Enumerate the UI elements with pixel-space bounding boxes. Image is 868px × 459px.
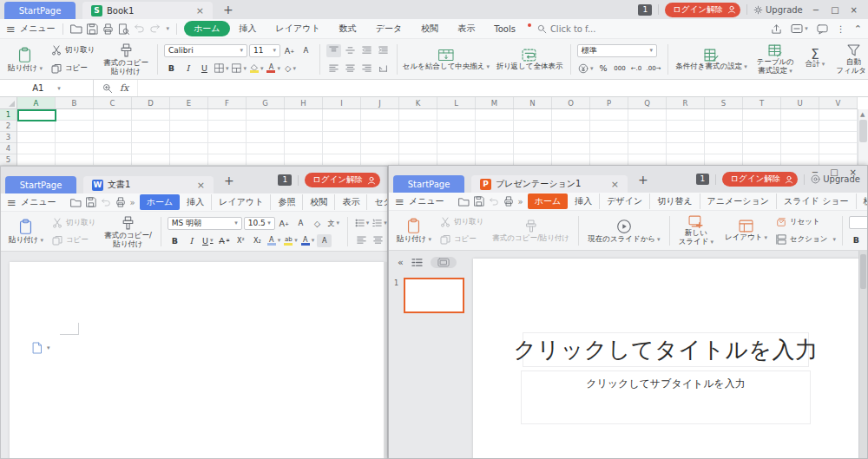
new-slide-button[interactable]: 新しい スライド▾ (674, 213, 718, 248)
notification-badge[interactable]: 1 (638, 4, 652, 16)
decrease-indent-icon[interactable] (359, 44, 374, 57)
open-file-icon[interactable] (70, 198, 82, 207)
ribbon-tab-6[interactable]: スライド ショー (777, 193, 857, 209)
menu-button[interactable]: メニュー (20, 23, 56, 35)
bullet-list-icon[interactable]: ▾ (354, 217, 371, 230)
column-header-J[interactable]: J (361, 97, 399, 108)
minimize-button[interactable]: − (812, 5, 819, 15)
format-painter-button[interactable]: 書式のコピー 貼り付け (99, 42, 153, 77)
clear-format-icon[interactable]: ◇ (310, 217, 325, 230)
column-header-H[interactable]: H (285, 97, 323, 108)
upgrade-button[interactable]: Upgrade (753, 5, 803, 15)
logout-button[interactable]: ログイン解除 (305, 173, 380, 187)
zoom-formula-icon[interactable] (102, 83, 113, 94)
comment-icon[interactable] (817, 23, 828, 35)
ribbon-tab-7[interactable]: 校閲 (857, 193, 868, 209)
print-icon[interactable] (503, 196, 514, 207)
collapse-panel-icon[interactable]: « (398, 257, 404, 268)
italic-icon[interactable]: I (181, 62, 195, 75)
paste-button[interactable]: 貼り付け▾ (4, 214, 48, 249)
ribbon-tab-2[interactable]: 挿入 (568, 193, 600, 209)
sum-button[interactable]: Σ 合計▾ (801, 42, 830, 77)
autofilter-button[interactable]: 自動 フィルタ▾ (832, 42, 868, 77)
paste-button[interactable]: 貼り付け▾ (392, 213, 436, 248)
numbered-list-icon[interactable]: ▾ (372, 217, 387, 230)
ribbon-tab-5[interactable]: データ (366, 21, 411, 36)
column-header-I[interactable]: I (323, 97, 361, 108)
borders-icon[interactable]: ▾ (214, 62, 230, 75)
formula-input[interactable] (138, 80, 868, 96)
bold-icon[interactable]: B (168, 234, 182, 247)
align-middle-icon[interactable] (343, 44, 358, 57)
document-tab-book1[interactable]: S Book1 × (82, 2, 213, 19)
font-name-select[interactable]: Calibri▾ (164, 44, 247, 57)
save-icon[interactable] (87, 23, 98, 35)
column-header-F[interactable]: F (208, 97, 247, 108)
document-tab-doc1[interactable]: W 文書1 × (83, 176, 214, 193)
slide-canvas[interactable]: クリックしてタイトルを入力 クリックしてサブタイトルを入力 (473, 259, 858, 459)
switch-window-icon[interactable]: ▾ (791, 23, 808, 34)
column-header-O[interactable]: O (552, 97, 590, 108)
cut-button[interactable]: 切り取り (51, 45, 95, 56)
font-name-select[interactable]: MS 明朝▾ (168, 217, 242, 230)
scrollbar-thumb[interactable] (860, 254, 866, 289)
startpage-tab[interactable]: StartPage (393, 175, 464, 193)
section-button[interactable]: セクション▾ (776, 234, 836, 245)
number-format-select[interactable]: 標準▾ (577, 44, 657, 57)
column-header-L[interactable]: L (437, 97, 476, 108)
align-right-icon[interactable] (359, 62, 374, 75)
paste-button[interactable]: 貼り付け▾ (3, 42, 47, 77)
restore-button[interactable]: □ (831, 5, 838, 15)
notification-badge[interactable]: 1 (696, 174, 710, 185)
bold-icon[interactable]: B (849, 233, 864, 246)
print-preview-icon[interactable] (118, 23, 129, 35)
new-tab-button[interactable]: + (214, 174, 245, 187)
new-tab-button[interactable]: + (628, 173, 659, 187)
play-from-current-button[interactable]: 現在のスライドから▾ (583, 213, 664, 248)
column-header-G[interactable]: G (247, 97, 285, 108)
open-file-icon[interactable] (70, 23, 82, 34)
font-size-select[interactable]: 10.5▾ (244, 217, 275, 230)
subscript-icon[interactable]: X₂ (250, 234, 265, 247)
hamburger-menu-icon[interactable]: ≡ (395, 195, 404, 208)
ribbon-tab-7[interactable]: 表示 (448, 21, 484, 36)
column-header-P[interactable]: P (590, 97, 628, 108)
ribbon-tab-2[interactable]: 挿入 (180, 194, 212, 210)
vertical-scrollbar[interactable] (858, 251, 867, 458)
hamburger-menu-icon[interactable]: ≡ (6, 23, 16, 36)
row-header-3[interactable]: 3 (0, 132, 16, 143)
notification-badge[interactable]: 1 (278, 174, 292, 186)
startpage-tab[interactable]: StartPage (5, 176, 76, 193)
fx-icon[interactable]: fx (120, 82, 128, 94)
startpage-tab[interactable]: StartPage (4, 2, 76, 19)
align-center-icon[interactable] (371, 234, 385, 247)
ribbon-tab-1[interactable]: ホーム (140, 194, 180, 210)
save-icon[interactable] (474, 196, 484, 207)
slide-thumbnail[interactable] (404, 278, 464, 313)
format-painter-button[interactable]: 書式のコピー/貼り付け (488, 213, 574, 248)
logout-button[interactable]: ログイン解除 (722, 172, 798, 187)
menu-button[interactable]: メニュー (21, 196, 56, 208)
close-window-button[interactable]: × (850, 167, 857, 177)
column-header-S[interactable]: S (705, 97, 743, 108)
copy-button[interactable]: コピー (440, 234, 483, 245)
reset-button[interactable]: リセット (776, 217, 836, 227)
menu-button[interactable]: メニュー (409, 195, 444, 207)
row-header-1[interactable]: 1 (0, 109, 16, 121)
decrease-decimal-icon[interactable]: .00→ (645, 62, 661, 75)
ribbon-tab-5[interactable]: アニメーション (700, 193, 777, 209)
row-header-5[interactable]: 5 (0, 154, 16, 166)
column-header-N[interactable]: N (514, 97, 552, 108)
collapse-ribbon-icon[interactable]: ⌃ (854, 23, 862, 35)
cell-name-box[interactable]: A1 ▾ (0, 80, 94, 96)
ribbon-tab-6[interactable]: 校閲 (411, 21, 448, 36)
table-format-button[interactable]: テーブルの 書式設定▾ (752, 42, 798, 77)
command-search[interactable]: Click to f... (537, 24, 596, 34)
undo-icon[interactable] (101, 198, 111, 207)
italic-icon[interactable]: I (865, 233, 867, 246)
cut-button[interactable]: 切り取り (52, 218, 95, 228)
ribbon-tab-3[interactable]: レイアウト (266, 21, 330, 36)
title-placeholder[interactable]: クリックしてタイトルを入力 (523, 332, 809, 367)
clear-format-icon[interactable]: ◇▾ (283, 62, 298, 75)
orientation-icon[interactable] (376, 62, 391, 75)
